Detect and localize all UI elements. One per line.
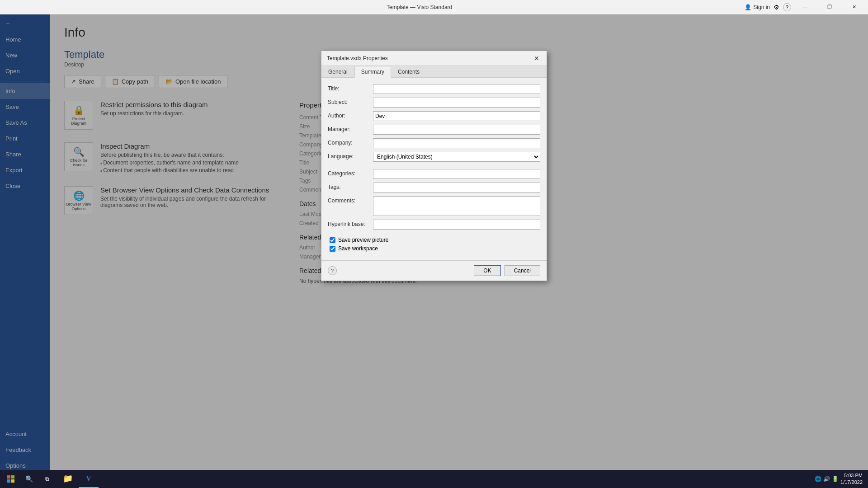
dialog-title-input[interactable] (373, 84, 540, 94)
dialog-author-field-row: Author: (328, 111, 540, 121)
dialog-close-button[interactable]: ✕ (532, 54, 541, 63)
start-button[interactable] (2, 470, 20, 488)
dialog-subject-label: Subject: (328, 98, 373, 105)
dialog-comments-field-row: Comments: (328, 196, 540, 216)
svg-rect-0 (7, 475, 10, 479)
tab-general[interactable]: General (321, 66, 354, 78)
taskbar-time[interactable]: 5:03 PM 1/17/2022 (840, 472, 863, 486)
dialog-overlay: Template.vsdx Properties ✕ General Summa… (0, 14, 868, 488)
task-view-button[interactable]: ⧉ (38, 470, 56, 488)
task-view-icon: ⧉ (45, 476, 49, 482)
dialog-subject-input[interactable] (373, 98, 540, 108)
explorer-icon: 📁 (63, 474, 73, 483)
dialog-categories-input[interactable] (373, 169, 540, 179)
help-icon[interactable]: ? (783, 3, 791, 11)
battery-icon: 🔋 (832, 476, 839, 482)
save-workspace-label: Save workspace (338, 245, 378, 252)
dialog-manager-field-row: Manager: (328, 125, 540, 135)
tab-contents[interactable]: Contents (391, 66, 426, 78)
dialog-body: Title: Subject: Author: Manager: Company… (321, 78, 547, 260)
dialog-tags-field-row: Tags: (328, 183, 540, 192)
taskbar-right: 🌐 🔊 🔋 5:03 PM 1/17/2022 (815, 472, 866, 486)
dialog-author-label: Author: (328, 111, 373, 119)
dialog-language-field-row: Language: English (United States) (328, 152, 540, 162)
app-title: Template — Visio Standard (387, 4, 452, 10)
dialog-author-input[interactable] (373, 111, 540, 121)
dialog-categories-label: Categories: (328, 169, 373, 177)
dialog-footer: ? OK Cancel (321, 260, 547, 281)
save-preview-checkbox[interactable] (330, 237, 335, 243)
taskbar-clock: 5:03 PM (840, 472, 863, 479)
dialog-ok-button[interactable]: OK (474, 265, 500, 276)
volume-icon: 🔊 (823, 476, 830, 482)
taskbar-apps: 📁 V (58, 470, 99, 488)
dialog-language-label: Language: (328, 152, 373, 160)
title-bar: Template — Visio Standard 👤 Sign in ⚙ ? … (0, 0, 868, 14)
dialog-help-button[interactable]: ? (328, 266, 337, 275)
title-bar-controls: 👤 Sign in ⚙ ? — ❐ ✕ (745, 0, 864, 14)
save-workspace-row: Save workspace (330, 245, 540, 252)
svg-rect-1 (11, 475, 14, 479)
network-icon: 🌐 (815, 476, 821, 482)
dialog-comments-textarea[interactable] (373, 196, 540, 216)
restore-button[interactable]: ❐ (819, 0, 840, 14)
dialog-hyperlink-field-row: Hyperlink base: (328, 220, 540, 230)
dialog-categories-field-row: Categories: (328, 169, 540, 179)
save-preview-label: Save preview picture (338, 237, 388, 243)
user-icon: 👤 (745, 4, 751, 10)
dialog-tags-label: Tags: (328, 183, 373, 190)
dialog-hyperlink-label: Hyperlink base: (328, 220, 373, 227)
taskbar-date: 1/17/2022 (840, 479, 863, 486)
settings-icon[interactable]: ⚙ (774, 4, 779, 11)
dialog-title-label: Title: (328, 84, 373, 92)
dialog-tags-input[interactable] (373, 183, 540, 192)
dialog-manager-label: Manager: (328, 125, 373, 132)
signin-label[interactable]: Sign in (753, 4, 770, 10)
dialog-title-bar: Template.vsdx Properties ✕ (321, 51, 547, 66)
minimize-button[interactable]: — (795, 0, 816, 14)
svg-rect-2 (7, 479, 10, 483)
svg-rect-3 (11, 479, 14, 483)
visio-icon: V (86, 474, 91, 483)
taskbar: 🔍 ⧉ 📁 V 🌐 🔊 🔋 5:03 PM 1/17/2022 (0, 470, 868, 488)
dialog-manager-input[interactable] (373, 125, 540, 135)
taskbar-app-explorer[interactable]: 📁 (58, 470, 78, 488)
dialog-title: Template.vsdx Properties (327, 55, 388, 61)
dialog-subject-field-row: Subject: (328, 98, 540, 108)
dialog-hyperlink-input[interactable] (373, 220, 540, 230)
signin-area[interactable]: 👤 Sign in (745, 4, 770, 10)
dialog-comments-label: Comments: (328, 196, 373, 204)
dialog-cancel-button[interactable]: Cancel (505, 265, 540, 276)
dialog-footer-buttons: OK Cancel (474, 265, 540, 276)
dialog-title-field-row: Title: (328, 84, 540, 94)
properties-dialog: Template.vsdx Properties ✕ General Summa… (321, 51, 547, 281)
taskbar-sys-icons: 🌐 🔊 🔋 (815, 476, 839, 482)
close-button[interactable]: ✕ (844, 0, 864, 14)
dialog-company-label: Company: (328, 138, 373, 146)
dialog-language-select[interactable]: English (United States) (373, 152, 540, 162)
search-icon: 🔍 (25, 475, 33, 483)
dialog-company-input[interactable] (373, 138, 540, 148)
search-button[interactable]: 🔍 (20, 470, 38, 488)
dialog-tabs: General Summary Contents (321, 66, 547, 78)
dialog-company-field-row: Company: (328, 138, 540, 148)
taskbar-app-visio[interactable]: V (79, 470, 99, 488)
save-workspace-checkbox[interactable] (330, 246, 335, 252)
save-preview-row: Save preview picture (330, 237, 540, 243)
tab-summary[interactable]: Summary (354, 66, 391, 78)
